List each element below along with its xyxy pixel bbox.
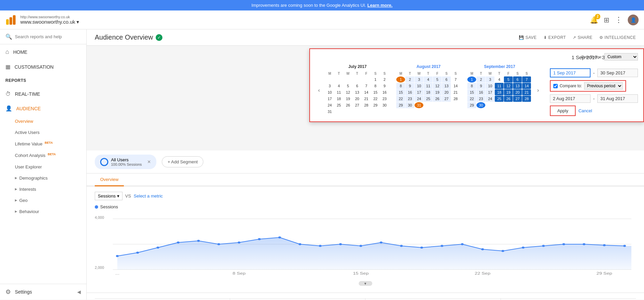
sidebar-item-realtime[interactable]: ⏱ REAL-TIME [0,87,86,101]
cal-cell-sep-17[interactable]: 17 [486,89,494,95]
end-date-input[interactable] [597,69,638,77]
announcement-link[interactable]: Learn more. [368,3,393,8]
cal-cell-aug-16[interactable]: 16 [405,89,414,95]
sidebar-item-active-users[interactable]: Active Users [0,127,86,138]
cal-cell-jul-7[interactable]: 7 [362,83,371,89]
cal-cell-sep-10[interactable]: 10 [486,83,494,89]
cal-cell-aug-18[interactable]: 18 [424,89,432,95]
cal-cell-aug-12[interactable]: 12 [433,83,442,89]
cal-cell-sep-30[interactable]: 30 [476,102,485,108]
sidebar-item-lifetime-value[interactable]: Lifetime Value BETA [0,138,86,149]
cal-cell-aug-17[interactable]: 17 [415,89,423,95]
sidebar-item-behaviour[interactable]: ▶ Behaviour [0,206,86,217]
cal-cell-sep-3[interactable]: 3 [486,76,494,83]
sidebar-item-audience[interactable]: 👤 AUDIENCE [0,101,86,116]
cal-cell-sep-5[interactable]: 5 [504,76,513,83]
ga-logo[interactable] [5,15,16,25]
cal-cell-aug-14[interactable]: 14 [451,83,460,89]
select-metric-link[interactable]: Select a metric [134,193,163,199]
search-input[interactable] [15,34,81,39]
compare-checkbox[interactable] [553,84,558,88]
sidebar-item-home[interactable]: ⌂ HOME [0,44,86,60]
share-button[interactable]: ↗ SHARE [573,35,592,40]
cal-cell-aug-10[interactable]: 10 [415,83,423,89]
cal-cell-jul-29[interactable]: 29 [371,102,380,108]
export-button[interactable]: ⬇ EXPORT [543,35,566,40]
cal-cell-sep-2[interactable]: 2 [476,76,485,83]
cal-cell-aug-22[interactable]: 22 [396,96,405,102]
user-avatar[interactable]: 👤 [628,15,639,25]
compare-end-date-input[interactable] [597,94,638,103]
cal-cell-jul-15[interactable]: 15 [371,89,380,95]
cal-cell-sep-26[interactable]: 26 [504,96,513,102]
cal-cell-aug-21[interactable]: 21 [451,89,460,95]
cal-cell-sep-13[interactable]: 13 [513,83,522,89]
cal-cell-aug-7[interactable]: 7 [451,76,460,83]
cal-cell-jul-16[interactable]: 16 [380,89,389,95]
cal-cell-jul-26[interactable]: 26 [343,102,352,108]
cal-cell-aug-4[interactable]: 4 [424,76,432,83]
cal-cell-jul-11[interactable]: 11 [334,89,343,95]
site-url-big[interactable]: www.swoonworthy.co.uk ▾ [20,19,590,25]
cal-cell-sep-6[interactable]: 6 [513,76,522,83]
cal-cell-aug-9[interactable]: 9 [405,83,414,89]
cal-cell-jul-19[interactable]: 19 [343,96,352,102]
cal-cell-sep-4[interactable]: 4 [495,76,504,83]
cal-cell-aug-6[interactable]: 6 [442,76,451,83]
cal-cell-jul-12[interactable]: 12 [343,89,352,95]
metric-dropdown[interactable]: Sessions ▾ [95,192,123,200]
cal-cell-jul-5[interactable]: 5 [343,83,352,89]
save-button[interactable]: 💾 SAVE [519,35,537,40]
calendar-prev-btn[interactable]: ‹ [315,86,323,95]
cal-cell-jul-14[interactable]: 14 [362,89,371,95]
start-date-input[interactable] [550,68,591,77]
sidebar-item-cohort-analysis[interactable]: Cohort Analysis BETA [0,149,86,161]
cal-cell-jul-3[interactable]: 3 [325,83,334,89]
cal-cell-aug-30[interactable]: 30 [405,102,414,108]
cal-cell-aug-5[interactable]: 5 [433,76,442,83]
tab-overview[interactable]: Overview [95,174,124,186]
cal-cell-jul-27[interactable]: 27 [353,102,361,108]
cal-cell-jul-4[interactable]: 4 [334,83,343,89]
cal-cell-aug-26[interactable]: 26 [433,96,442,102]
cal-cell-jul-9[interactable]: 9 [380,83,389,89]
sidebar-item-overview[interactable]: Overview [0,116,86,127]
cal-cell-jul-2[interactable]: 2 [380,76,389,83]
compare-start-date-input[interactable] [550,94,591,103]
cal-cell-sep-15[interactable]: 15 [467,89,476,95]
cal-cell-jul-23[interactable]: 23 [380,96,389,102]
settings-icon[interactable]: ⚙ [5,288,11,296]
cal-cell-jul-25[interactable]: 25 [334,102,343,108]
cal-cell-sep-29[interactable]: 29 [467,102,476,108]
date-range-dropdown[interactable]: Custom Today Yesterday Last 7 days Last … [604,53,638,61]
sidebar-item-demographics[interactable]: ▶ Demographics [0,172,86,184]
cal-cell-sep-22[interactable]: 22 [467,96,476,102]
apply-button[interactable]: Apply [550,106,576,116]
segment-close-icon[interactable]: ✕ [147,159,151,164]
compare-dropdown[interactable]: Previous period Previous year [584,82,623,90]
sidebar-item-geo[interactable]: ▶ Geo [0,195,86,206]
cal-cell-jul-21[interactable]: 21 [362,96,371,102]
cal-cell-aug-15[interactable]: 15 [396,89,405,95]
cal-cell-jul-17[interactable]: 17 [325,96,334,102]
cal-cell-jul-20[interactable]: 20 [353,96,361,102]
cal-cell-jul-24[interactable]: 24 [325,102,334,108]
cal-cell-sep-28[interactable]: 28 [522,96,531,102]
cal-cell-jul-10[interactable]: 10 [325,89,334,95]
cal-cell-aug-11[interactable]: 11 [424,83,432,89]
more-options-icon[interactable]: ⋮ [615,16,622,24]
cal-cell-aug-20[interactable]: 20 [442,89,451,95]
cal-cell-jul-22[interactable]: 22 [371,96,380,102]
cal-cell-jul-6[interactable]: 6 [353,83,361,89]
cal-cell-sep-18[interactable]: 18 [495,89,504,95]
cal-cell-aug-24[interactable]: 24 [415,96,423,102]
cal-cell-aug-25[interactable]: 25 [424,96,432,102]
cal-cell-aug-29[interactable]: 29 [396,102,405,108]
all-users-segment[interactable]: All Users 100.00% Sessions ✕ [95,155,156,169]
sidebar-item-interests[interactable]: ▶ Interests [0,184,86,195]
cal-cell-sep-14[interactable]: 14 [522,83,531,89]
cal-cell-sep-7[interactable]: 7 [522,76,531,83]
cal-cell-aug-23[interactable]: 23 [405,96,414,102]
cal-cell-sep-21[interactable]: 21 [522,89,531,95]
intelligence-button[interactable]: ⚙ INTELLIGENCE [599,35,636,40]
